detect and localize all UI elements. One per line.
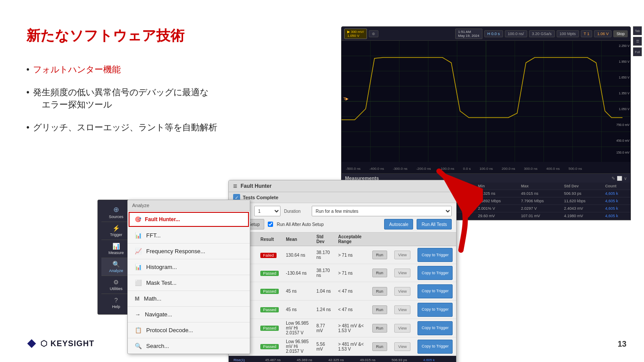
meas-cell-max: 7.7906 Mbps xyxy=(518,197,561,205)
side-menu-utilities[interactable]: ⚙ Utilities xyxy=(101,276,131,294)
ftp-test-row: Negative Glitch Passed -130.64 ns 38.170… xyxy=(229,264,456,282)
ftp-test-stddev: 1.04 ns xyxy=(313,282,335,301)
ftp-source-select[interactable]: 1 xyxy=(254,206,281,216)
side-menu-sources[interactable]: ⊕ Sources xyxy=(101,203,131,222)
ftp-test-stddev: 5.56 mV xyxy=(313,337,335,356)
meas-copy-btn[interactable]: ⬜ xyxy=(617,176,622,181)
meas-cell-count: 4,605 k xyxy=(601,197,630,205)
meas-cell-count: 4,605 k xyxy=(601,212,630,220)
histogram-icon: 📊 xyxy=(135,264,142,270)
ftp-meas-c1: 45.467 ns xyxy=(264,358,295,362)
ftp-copy-trigger-btn[interactable]: Copy to Trigger xyxy=(417,284,453,298)
ftp-check: ✓ xyxy=(235,195,238,200)
side-menu-trigger[interactable]: ⚡ Trigger xyxy=(101,222,131,240)
col-range: Acceptable Range xyxy=(335,233,368,246)
ftp-view-cell: View xyxy=(391,264,414,282)
bullet-dot-1: • xyxy=(26,63,29,75)
mask-test-menu-item[interactable]: ⬜ Mask Test... xyxy=(128,275,250,291)
page-number: 13 xyxy=(618,340,626,349)
osc-h-btn[interactable]: H 0.0 s xyxy=(484,30,503,37)
meas-edit-btn[interactable]: ✎ xyxy=(612,176,615,181)
ftp-copy-cell: Copy to Trigger xyxy=(414,301,456,319)
ftp-view-btn[interactable]: View xyxy=(394,269,410,277)
ftp-view-btn[interactable]: View xyxy=(394,324,410,333)
page-title: 新たなソフトウェア技術 xyxy=(26,26,290,46)
osc-plus-btn[interactable]: ⊕ xyxy=(369,30,378,37)
ruler-n200: -200.0 ns xyxy=(416,167,431,171)
measure-icon: 📊 xyxy=(112,243,120,250)
meas-cell-max: 107.01 mV xyxy=(518,212,561,220)
ftp-meas-rows: Rise(1) 45.467 ns 45.369 ns 42.325 ns 49… xyxy=(232,358,453,362)
ftp-view-btn[interactable]: View xyxy=(394,342,410,351)
ftp-test-row: Negative Runt Passed Low 96.985 mV Hi 2.… xyxy=(229,337,456,356)
protocol-menu-item[interactable]: 📋 Protocol Decode... xyxy=(128,323,250,338)
ftp-run-btn[interactable]: Run xyxy=(372,324,388,333)
osc-ch1-btn[interactable]: ▶ 300 mV/1.050 V xyxy=(344,29,367,39)
right-icon-tab[interactable]: Tab xyxy=(633,26,642,35)
side-menu-measure[interactable]: 📊 Measure xyxy=(101,240,131,258)
fault-hunter-icon: 🎯 xyxy=(135,216,141,222)
right-icon-list[interactable]: ☰ xyxy=(633,37,642,46)
ftp-test-stddev: 1.24 ns xyxy=(313,301,335,319)
ftp-view-cell: View xyxy=(391,282,414,301)
ftp-view-cell: View xyxy=(391,301,414,319)
meas-col-stddev: Std Dev xyxy=(561,183,602,190)
ftp-test-range: > 481 mV &< 1.53 V xyxy=(335,319,368,337)
ftp-copy-trigger-btn[interactable]: Copy to Trigger xyxy=(417,340,453,354)
col-actions xyxy=(369,233,391,246)
math-icon: M xyxy=(135,295,140,302)
navigate-menu-item[interactable]: → Navigate... xyxy=(128,307,250,323)
osc-mpts-btn[interactable]: 100 Mpts xyxy=(557,30,579,37)
ftp-view-btn[interactable]: View xyxy=(394,287,410,296)
meas-cell-max: 49.015 ns xyxy=(518,190,561,197)
ftp-header: ☰ Fault Hunter ✕ xyxy=(229,180,456,192)
fft-menu-item[interactable]: 📊 FFT... xyxy=(128,228,250,244)
ftp-run-btn[interactable]: Run xyxy=(372,251,388,259)
freq-response-menu-item[interactable]: 📈 Frequency Response... xyxy=(128,244,250,259)
right-icon-full[interactable]: Full xyxy=(633,47,642,56)
col-stddev: Std Dev xyxy=(313,233,335,246)
meas-cell-stddev: 2.4043 mV xyxy=(561,205,602,212)
ftp-run-btn[interactable]: Run xyxy=(372,342,388,351)
protocol-label: Protocol Decode... xyxy=(146,327,193,333)
ftp-copy-trigger-btn[interactable]: Copy to Trigger xyxy=(417,321,453,335)
ftp-test-row: Slow Falling Edge Passed 45 ns 1.24 ns <… xyxy=(229,301,456,319)
voltage-150: 150.0 mV xyxy=(616,151,630,154)
side-menu-analyze[interactable]: 🔍 Analyze xyxy=(101,258,131,276)
ftp-duration-select[interactable]: Run for a few minutes xyxy=(312,206,452,216)
ftp-run-btn[interactable]: Run xyxy=(372,305,388,314)
meas-collapse-btn[interactable]: ∨ xyxy=(624,176,627,181)
math-menu-item[interactable]: M Math... xyxy=(128,291,250,307)
ftp-run-btn[interactable]: Run xyxy=(372,287,388,296)
ftp-run-all-tests-btn[interactable]: Run All Tests xyxy=(417,219,452,229)
measure-label: Measure xyxy=(108,251,124,255)
ftp-copy-trigger-btn[interactable]: Copy to Trigger xyxy=(417,303,453,317)
ftp-view-btn[interactable]: View xyxy=(394,251,410,259)
ruler-500: 500.0 ns xyxy=(568,167,582,171)
osc-stop-btn[interactable]: Stop xyxy=(613,30,628,37)
ftp-test-row: Positive Runt Passed Low 96.985 mV Hi 2.… xyxy=(229,319,456,337)
ftp-run-btn[interactable]: Run xyxy=(372,269,388,277)
analyze-icon: 🔍 xyxy=(112,261,120,268)
ftp-autoscale-btn[interactable]: Autoscale xyxy=(384,219,413,229)
ftp-view-cell: View xyxy=(391,319,414,337)
osc-timebase-btn[interactable]: 100.0 ns/ xyxy=(505,30,527,37)
side-menu-help[interactable]: ? Help xyxy=(101,294,131,312)
osc-toolbar: ▶ 300 mV/1.050 V ⊕ 1:51 AM May 19, 2024 … xyxy=(342,27,630,41)
fault-hunter-highlighted-item[interactable]: 🎯 Fault Hunter... xyxy=(129,212,249,227)
osc-trigger-btn[interactable]: T 1 xyxy=(581,30,593,37)
histogram-menu-item[interactable]: 📊 Histogram... xyxy=(128,259,250,275)
osc-samplerate-btn[interactable]: 3.20 GSa/s xyxy=(529,30,555,37)
ftp-copy-trigger-btn[interactable]: Copy to Trigger xyxy=(417,248,453,262)
voltage-1650: 1.650 V xyxy=(619,76,630,79)
search-menu-item[interactable]: 🔍 Search... xyxy=(128,338,250,354)
meas-cell-min: 7.5892 Mbps xyxy=(475,197,518,205)
ftp-run-all-checkbox[interactable] xyxy=(268,222,273,227)
osc-triglevel-btn[interactable]: 1.06 V xyxy=(594,30,612,37)
ftp-test-result: Failed xyxy=(257,246,282,264)
ftp-copy-trigger-btn[interactable]: Copy to Trigger xyxy=(417,266,453,280)
ftp-close-btn[interactable]: ✕ xyxy=(447,183,452,189)
ftp-view-btn[interactable]: View xyxy=(394,305,410,314)
ruler-n500: -500.0 ns xyxy=(346,167,360,171)
ftp-test-stddev: 38.170 ns xyxy=(313,246,335,264)
